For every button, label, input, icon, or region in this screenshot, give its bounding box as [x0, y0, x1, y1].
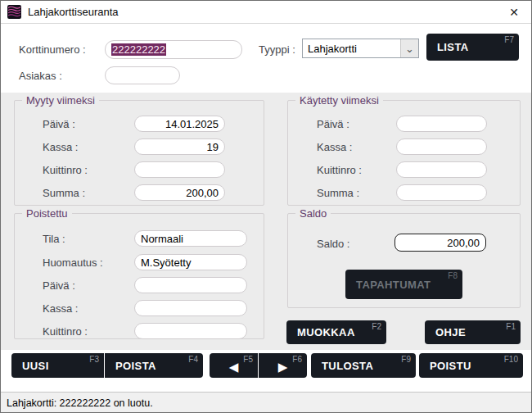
poistettu-kuittinro-input[interactable]	[134, 323, 247, 339]
myyty-paiva-input[interactable]: 14.01.2025	[134, 116, 225, 132]
myyty-kassa-input[interactable]: 19	[134, 138, 225, 155]
kuittinro-label: Kuittinro :	[43, 325, 88, 338]
poistettu-paiva-input[interactable]	[134, 277, 247, 293]
myyty-kassa-value: 19	[207, 141, 219, 153]
poistettu-tila-input[interactable]: Normaali	[134, 230, 247, 247]
group-saldo: Saldo Saldo : 200,00 TAPAHTUMAT F8	[287, 213, 521, 308]
poistu-button-label: POISTU	[419, 360, 471, 372]
group-title: Poistettu	[22, 207, 72, 220]
tyyppi-selected-value: Lahjakortti	[303, 39, 400, 57]
lista-button[interactable]: LISTA F7	[426, 34, 519, 61]
saldo-label: Saldo :	[317, 238, 349, 250]
group-title: Saldo	[295, 207, 331, 220]
kaytetty-summa-input[interactable]	[396, 184, 487, 201]
poistettu-huomautus-input[interactable]: M.Syötetty	[134, 254, 247, 270]
ohje-button[interactable]: OHJE F1	[425, 320, 521, 344]
kaytetty-kassa-input[interactable]	[396, 138, 487, 155]
title-bar: Lahjakorttiseuranta ✕	[1, 1, 531, 24]
lista-fkey: F7	[504, 35, 514, 44]
window-title: Lahjakorttiseuranta	[28, 6, 119, 18]
summa-label: Summa :	[317, 187, 359, 199]
myyty-kuittinro-input[interactable]	[134, 161, 225, 178]
poista-fkey: F4	[188, 355, 198, 364]
close-icon[interactable]: ✕	[505, 3, 523, 21]
muokkaa-fkey: F2	[372, 322, 381, 331]
asiakas-label: Asiakas :	[19, 70, 62, 82]
poistettu-kassa-input[interactable]	[134, 300, 247, 316]
korttinumero-label: Korttinumero :	[19, 43, 86, 56]
next-fkey: F6	[292, 355, 302, 364]
lista-button-label: LISTA	[426, 41, 469, 53]
tulosta-button[interactable]: TULOSTA F9	[311, 353, 416, 378]
group-myyty-viimeksi: Myyty viimeksi Päivä : 14.01.2025 Kassa …	[14, 100, 264, 206]
group-poistettu: Poistettu Tila : Normaali Huomautus : M.…	[14, 213, 264, 339]
huomautus-label: Huomautus :	[43, 256, 103, 269]
kassa-label: Kassa :	[317, 141, 352, 153]
tulosta-fkey: F9	[401, 355, 411, 364]
tapahtumat-fkey: F8	[448, 271, 458, 280]
uusi-button-label: UUSI	[11, 360, 49, 372]
chevron-down-icon[interactable]: ⌄	[400, 39, 418, 57]
poistettu-tila-value: Normaali	[141, 233, 183, 245]
app-window: Lahjakorttiseuranta ✕ Korttinumero : 222…	[0, 0, 532, 413]
paiva-label: Päivä :	[43, 279, 75, 292]
ohje-button-label: OHJE	[425, 326, 466, 338]
status-message: Lahjakortti: 222222222 on luotu.	[7, 397, 153, 409]
uusi-button[interactable]: UUSI F3	[11, 353, 104, 378]
korttinumero-input[interactable]: 222222222	[105, 40, 242, 59]
myyty-paiva-value: 14.01.2025	[165, 118, 219, 130]
saldo-input[interactable]: 200,00	[394, 234, 486, 252]
next-button[interactable]: ▶ F6	[259, 353, 307, 378]
tyyppi-select[interactable]: Lahjakortti ⌄	[302, 39, 419, 58]
summa-label: Summa :	[43, 187, 85, 199]
kassa-label: Kassa :	[43, 302, 78, 315]
poista-button-label: POISTA	[105, 360, 156, 372]
muokkaa-button-label: MUOKKAA	[286, 326, 355, 338]
tulosta-button-label: TULOSTA	[311, 360, 373, 372]
previous-fkey: F5	[243, 355, 253, 364]
group-title: Myyty viimeksi	[22, 94, 99, 107]
previous-button[interactable]: ◀ F5	[210, 353, 258, 378]
myyty-summa-input[interactable]: 200,00	[134, 184, 225, 201]
uusi-fkey: F3	[89, 355, 99, 364]
kaytetty-kuittinro-input[interactable]	[396, 161, 487, 178]
muokkaa-button[interactable]: MUOKKAA F2	[286, 320, 386, 344]
app-logo-icon	[7, 5, 21, 19]
group-kaytetty-viimeksi: Käytetty viimeksi Päivä : Kassa : Kuitti…	[287, 100, 521, 206]
poistu-fkey: F10	[504, 355, 518, 364]
kuittinro-label: Kuittinro :	[317, 164, 362, 176]
myyty-summa-value: 200,00	[186, 187, 219, 199]
tila-label: Tila :	[43, 233, 65, 245]
tapahtumat-button[interactable]: TAPAHTUMAT F8	[345, 270, 462, 299]
status-bar: Lahjakortti: 222222222 on luotu.	[1, 392, 531, 413]
ohje-fkey: F1	[506, 322, 516, 331]
saldo-value: 200,00	[447, 237, 480, 249]
tyyppi-label: Tyyppi :	[259, 43, 295, 56]
group-title: Käytetty viimeksi	[295, 94, 383, 107]
asiakas-input[interactable]	[105, 66, 180, 84]
kuittinro-label: Kuittinro :	[43, 164, 88, 176]
tapahtumat-button-label: TAPAHTUMAT	[345, 279, 431, 291]
poistu-button[interactable]: POISTU F10	[419, 353, 523, 378]
poista-button[interactable]: POISTA F4	[105, 353, 203, 378]
kassa-label: Kassa :	[43, 141, 78, 153]
paiva-label: Päivä :	[43, 118, 75, 130]
poistettu-huomautus-value: M.Syötetty	[141, 256, 191, 269]
korttinumero-value: 222222222	[111, 43, 166, 56]
kaytetty-paiva-input[interactable]	[396, 116, 487, 132]
paiva-label: Päivä :	[317, 118, 349, 130]
